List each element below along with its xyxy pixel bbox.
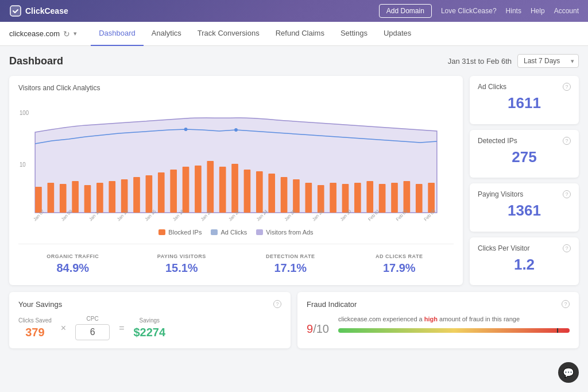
chart-title: Visitors and Click Analytics: [18, 84, 454, 92]
domain-name: clickcease.com: [9, 29, 60, 38]
bar: [293, 179, 300, 213]
bar: [404, 181, 411, 213]
fraud-card: Fraud Indicator ? 9/10 clickcease.com ex…: [297, 292, 579, 348]
bar: [133, 177, 140, 213]
metric-label-clicks-per-visitor: Clicks Per Visitor ?: [478, 244, 571, 252]
clicks-saved-label: Clicks Saved: [18, 317, 52, 324]
ad-clicks-dot: [234, 128, 238, 132]
refresh-icon[interactable]: ↻: [63, 29, 70, 39]
fraud-bar: [338, 328, 570, 333]
tab-track-conversions[interactable]: Track Conversions: [189, 22, 268, 46]
clicks-per-visitor-info-icon[interactable]: ?: [563, 244, 571, 252]
clicks-saved-value: 379: [25, 326, 44, 339]
metric-value-detected-ips: 275: [478, 148, 571, 166]
paying-visitors-info-icon[interactable]: ?: [563, 190, 571, 198]
domain-area: clickcease.com ↻ ▾: [9, 29, 77, 39]
fraud-text: clickcease.com experienced a high amount…: [338, 316, 570, 322]
chart-legend: Blocked IPs Ad Clicks Visitors from Ads: [18, 229, 454, 236]
account-link[interactable]: Account: [554, 7, 579, 15]
bar: [428, 183, 435, 213]
savings-row: Clicks Saved 379 × CPC = Savings $2274: [18, 316, 281, 340]
metric-card-clicks-per-visitor: Clicks Per Visitor ? 1.2: [470, 237, 579, 286]
stat-label-adrate: AD Clicks Rate: [350, 253, 450, 259]
tab-analytics[interactable]: Analytics: [144, 22, 189, 46]
svg-rect-0: [10, 6, 21, 16]
tab-settings[interactable]: Settings: [332, 22, 376, 46]
date-range-area: Jan 31st to Feb 6th Last 7 Days Last 30 …: [448, 54, 579, 68]
date-range-select-wrapper: Last 7 Days Last 30 Days Last 90 Days: [517, 54, 579, 68]
bar: [96, 183, 103, 213]
metric-label-ad-clicks: Ad Clicks ?: [478, 83, 571, 91]
nav-bar: clickcease.com ↻ ▾ Dashboard Analytics T…: [0, 22, 588, 46]
right-panel: Ad Clicks ? 1611 Detected IPs ? 275 Payi…: [470, 76, 579, 285]
domain-chevron-icon[interactable]: ▾: [74, 30, 77, 37]
metric-value-ad-clicks: 1611: [478, 94, 571, 112]
bar: [195, 166, 202, 213]
add-domain-button[interactable]: Add Domain: [379, 4, 432, 18]
legend-dot-adclicks: [211, 229, 218, 235]
fraud-info-icon[interactable]: ?: [562, 300, 570, 308]
ad-clicks-info-icon[interactable]: ?: [563, 83, 571, 91]
bar: [366, 181, 373, 213]
bar: [416, 184, 423, 213]
equals-operator: =: [119, 323, 124, 333]
savings-col-cpc: CPC: [75, 316, 110, 340]
metric-value-clicks-per-visitor: 1.2: [478, 256, 571, 274]
tab-refund-claims[interactable]: Refund Claims: [268, 22, 332, 46]
bar: [391, 183, 398, 213]
savings-col-clicks: Clicks Saved 379: [18, 317, 52, 339]
main-grid: Visitors and Click Analytics 100 10: [9, 76, 579, 285]
stat-detection-rate: Detection Rate 17.1%: [236, 251, 345, 277]
bar: [281, 177, 288, 213]
help-link[interactable]: Help: [531, 7, 545, 15]
metric-card-paying-visitors: Paying Visitors ? 1361: [470, 183, 579, 232]
legend-blocked-ips: Blocked IPs: [158, 229, 202, 236]
bar: [146, 175, 153, 213]
bar: [342, 184, 349, 213]
stat-label-detection: Detection Rate: [241, 253, 341, 259]
svg-text:10: 10: [20, 162, 26, 168]
savings-col-total: Savings $2274: [134, 317, 166, 339]
legend-dot-blocked: [158, 229, 165, 235]
stat-label-paying: Paying Visitors: [132, 253, 232, 259]
savings-card: Your Savings ? Clicks Saved 379 × CPC = …: [9, 292, 291, 348]
page-header: Dashboard Jan 31st to Feb 6th Last 7 Day…: [9, 54, 579, 68]
bar: [158, 172, 165, 213]
bar: [121, 179, 128, 213]
cpc-label: CPC: [87, 316, 99, 322]
bar: [109, 181, 115, 213]
ad-clicks-dot: [184, 128, 188, 131]
savings-info-icon[interactable]: ?: [273, 300, 281, 308]
bar: [318, 185, 324, 213]
tab-dashboard[interactable]: Dashboard: [91, 22, 144, 46]
chart-card: Visitors and Click Analytics 100 10: [9, 76, 463, 285]
fraud-bar-marker: [557, 328, 558, 333]
metric-card-ad-clicks: Ad Clicks ? 1611: [470, 76, 579, 124]
top-bar: ClickCease Add Domain Love ClickCease? H…: [0, 0, 588, 22]
top-bar-right: Add Domain Love ClickCease? Hints Help A…: [379, 4, 579, 18]
nav-tabs: Dashboard Analytics Track Conversions Re…: [91, 22, 419, 46]
bar: [72, 181, 79, 213]
metric-card-detected-ips: Detected IPs ? 275: [470, 130, 579, 178]
bar: [219, 167, 226, 213]
cpc-input[interactable]: [75, 324, 110, 340]
date-range-text: Jan 31st to Feb 6th: [448, 57, 512, 66]
fraud-score: 9/10: [307, 314, 329, 337]
legend-ad-clicks: Ad Clicks: [211, 229, 247, 236]
bar: [330, 183, 336, 213]
hints-link[interactable]: Hints: [506, 7, 521, 15]
tab-updates[interactable]: Updates: [376, 22, 419, 46]
logo-icon: [9, 5, 22, 17]
bar: [268, 174, 275, 213]
detected-ips-info-icon[interactable]: ?: [563, 137, 571, 145]
love-link[interactable]: Love ClickCease?: [441, 7, 497, 15]
date-range-select[interactable]: Last 7 Days Last 30 Days Last 90 Days: [517, 54, 579, 68]
metric-label-paying-visitors: Paying Visitors ?: [478, 190, 571, 198]
stat-value-adrate: 17.9%: [350, 262, 450, 275]
legend-visitors: Visitors from Ads: [256, 229, 313, 236]
bar: [183, 167, 189, 213]
bar: [231, 164, 238, 213]
bar: [379, 184, 386, 213]
bar: [60, 184, 67, 213]
logo: ClickCease: [9, 5, 68, 17]
